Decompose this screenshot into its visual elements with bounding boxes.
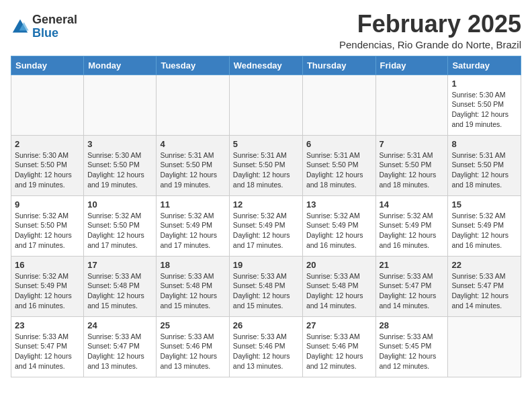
- calendar-day-cell: 27Sunrise: 5:33 AMSunset: 5:46 PMDayligh…: [302, 316, 375, 377]
- calendar-day-cell: 23Sunrise: 5:33 AMSunset: 5:47 PMDayligh…: [11, 316, 84, 377]
- weekday-header-tuesday: Tuesday: [157, 56, 229, 75]
- weekday-header-saturday: Saturday: [448, 56, 521, 75]
- weekday-header-row: SundayMondayTuesdayWednesdayThursdayFrid…: [11, 56, 521, 75]
- day-number: 18: [160, 260, 225, 270]
- calendar-day-cell: [84, 75, 157, 135]
- logo-blue-text: Blue: [32, 26, 58, 40]
- calendar-day-cell: 24Sunrise: 5:33 AMSunset: 5:47 PMDayligh…: [84, 316, 157, 377]
- day-info: Sunrise: 5:32 AMSunset: 5:49 PMDaylight:…: [233, 211, 299, 250]
- day-info: Sunrise: 5:33 AMSunset: 5:47 PMDaylight:…: [380, 271, 445, 311]
- logo: General Blue: [11, 13, 77, 40]
- calendar-week-row: 23Sunrise: 5:33 AMSunset: 5:47 PMDayligh…: [11, 316, 521, 377]
- calendar-day-cell: 12Sunrise: 5:32 AMSunset: 5:49 PMDayligh…: [229, 195, 302, 256]
- day-number: 23: [15, 320, 80, 330]
- day-info: Sunrise: 5:33 AMSunset: 5:47 PMDaylight:…: [451, 271, 517, 311]
- day-number: 21: [380, 260, 445, 270]
- day-number: 8: [451, 139, 517, 149]
- day-info: Sunrise: 5:33 AMSunset: 5:46 PMDaylight:…: [160, 332, 225, 371]
- day-info: Sunrise: 5:32 AMSunset: 5:49 PMDaylight:…: [160, 211, 225, 250]
- calendar-day-cell: 4Sunrise: 5:31 AMSunset: 5:50 PMDaylight…: [157, 135, 229, 195]
- day-info: Sunrise: 5:33 AMSunset: 5:48 PMDaylight:…: [306, 271, 372, 311]
- calendar-day-cell: 13Sunrise: 5:32 AMSunset: 5:49 PMDayligh…: [302, 195, 375, 256]
- day-info: Sunrise: 5:33 AMSunset: 5:45 PMDaylight:…: [380, 332, 445, 371]
- calendar-day-cell: 25Sunrise: 5:33 AMSunset: 5:46 PMDayligh…: [157, 316, 229, 377]
- calendar-day-cell: [229, 75, 302, 135]
- calendar-day-cell: 8Sunrise: 5:31 AMSunset: 5:50 PMDaylight…: [448, 135, 521, 195]
- calendar-day-cell: [375, 75, 448, 135]
- calendar-day-cell: 10Sunrise: 5:32 AMSunset: 5:50 PMDayligh…: [84, 195, 157, 256]
- logo-icon: [11, 17, 30, 36]
- day-number: 12: [233, 199, 299, 210]
- day-number: 6: [306, 139, 372, 149]
- calendar-day-cell: 5Sunrise: 5:31 AMSunset: 5:50 PMDaylight…: [229, 135, 302, 195]
- weekday-header-friday: Friday: [375, 56, 448, 75]
- calendar-day-cell: 22Sunrise: 5:33 AMSunset: 5:47 PMDayligh…: [448, 256, 521, 316]
- day-number: 4: [160, 139, 225, 149]
- calendar-day-cell: 17Sunrise: 5:33 AMSunset: 5:48 PMDayligh…: [84, 256, 157, 316]
- day-number: 20: [306, 260, 372, 270]
- day-info: Sunrise: 5:33 AMSunset: 5:48 PMDaylight:…: [160, 271, 225, 311]
- calendar-day-cell: [11, 75, 84, 135]
- calendar-day-cell: 18Sunrise: 5:33 AMSunset: 5:48 PMDayligh…: [157, 256, 229, 316]
- day-number: 13: [306, 199, 372, 210]
- calendar-day-cell: 15Sunrise: 5:32 AMSunset: 5:49 PMDayligh…: [448, 195, 521, 256]
- calendar-week-row: 2Sunrise: 5:30 AMSunset: 5:50 PMDaylight…: [11, 135, 521, 195]
- calendar-day-cell: [157, 75, 229, 135]
- day-info: Sunrise: 5:33 AMSunset: 5:47 PMDaylight:…: [87, 332, 152, 371]
- day-info: Sunrise: 5:33 AMSunset: 5:48 PMDaylight:…: [233, 271, 299, 311]
- page-header: General Blue February 2025 Pendencias, R…: [11, 11, 521, 50]
- day-number: 1: [451, 79, 517, 89]
- day-info: Sunrise: 5:31 AMSunset: 5:50 PMDaylight:…: [380, 150, 445, 190]
- day-number: 15: [451, 199, 517, 210]
- calendar-day-cell: 14Sunrise: 5:32 AMSunset: 5:49 PMDayligh…: [375, 195, 448, 256]
- calendar-day-cell: 1Sunrise: 5:30 AMSunset: 5:50 PMDaylight…: [448, 75, 521, 135]
- weekday-header-wednesday: Wednesday: [229, 56, 302, 75]
- calendar-day-cell: 19Sunrise: 5:33 AMSunset: 5:48 PMDayligh…: [229, 256, 302, 316]
- day-number: 10: [87, 199, 152, 210]
- title-area: February 2025 Pendencias, Rio Grande do …: [339, 11, 521, 50]
- day-number: 14: [380, 199, 445, 210]
- day-info: Sunrise: 5:31 AMSunset: 5:50 PMDaylight:…: [306, 150, 372, 190]
- day-info: Sunrise: 5:32 AMSunset: 5:49 PMDaylight:…: [306, 211, 372, 250]
- calendar-day-cell: 28Sunrise: 5:33 AMSunset: 5:45 PMDayligh…: [375, 316, 448, 377]
- day-info: Sunrise: 5:32 AMSunset: 5:49 PMDaylight:…: [451, 211, 517, 250]
- month-title: February 2025: [339, 11, 521, 38]
- calendar-week-row: 16Sunrise: 5:32 AMSunset: 5:49 PMDayligh…: [11, 256, 521, 316]
- weekday-header-sunday: Sunday: [11, 56, 84, 75]
- day-info: Sunrise: 5:31 AMSunset: 5:50 PMDaylight:…: [451, 150, 517, 190]
- calendar-day-cell: 26Sunrise: 5:33 AMSunset: 5:46 PMDayligh…: [229, 316, 302, 377]
- logo-general-text: General: [32, 13, 77, 26]
- calendar-week-row: 9Sunrise: 5:32 AMSunset: 5:50 PMDaylight…: [11, 195, 521, 256]
- day-info: Sunrise: 5:33 AMSunset: 5:47 PMDaylight:…: [15, 332, 80, 371]
- calendar-day-cell: 21Sunrise: 5:33 AMSunset: 5:47 PMDayligh…: [375, 256, 448, 316]
- calendar-day-cell: 11Sunrise: 5:32 AMSunset: 5:49 PMDayligh…: [157, 195, 229, 256]
- day-number: 11: [160, 199, 225, 210]
- day-info: Sunrise: 5:32 AMSunset: 5:50 PMDaylight:…: [87, 211, 152, 250]
- day-number: 24: [87, 320, 152, 330]
- day-info: Sunrise: 5:33 AMSunset: 5:48 PMDaylight:…: [87, 271, 152, 311]
- calendar-table: SundayMondayTuesdayWednesdayThursdayFrid…: [11, 56, 521, 377]
- day-number: 22: [451, 260, 517, 270]
- calendar-day-cell: 9Sunrise: 5:32 AMSunset: 5:50 PMDaylight…: [11, 195, 84, 256]
- day-number: 28: [380, 320, 445, 330]
- day-number: 9: [15, 199, 80, 210]
- day-number: 25: [160, 320, 225, 330]
- calendar-day-cell: [302, 75, 375, 135]
- location-title: Pendencias, Rio Grande do Norte, Brazil: [339, 39, 521, 50]
- day-info: Sunrise: 5:33 AMSunset: 5:46 PMDaylight:…: [306, 332, 372, 371]
- calendar-day-cell: 16Sunrise: 5:32 AMSunset: 5:49 PMDayligh…: [11, 256, 84, 316]
- calendar-day-cell: 6Sunrise: 5:31 AMSunset: 5:50 PMDaylight…: [302, 135, 375, 195]
- calendar-day-cell: [448, 316, 521, 377]
- day-number: 17: [87, 260, 152, 270]
- day-number: 27: [306, 320, 372, 330]
- weekday-header-monday: Monday: [84, 56, 157, 75]
- day-number: 5: [233, 139, 299, 149]
- day-number: 2: [15, 139, 80, 149]
- calendar-day-cell: 20Sunrise: 5:33 AMSunset: 5:48 PMDayligh…: [302, 256, 375, 316]
- day-info: Sunrise: 5:32 AMSunset: 5:49 PMDaylight:…: [380, 211, 445, 250]
- weekday-header-thursday: Thursday: [302, 56, 375, 75]
- day-number: 26: [233, 320, 299, 330]
- day-info: Sunrise: 5:32 AMSunset: 5:49 PMDaylight:…: [15, 271, 80, 311]
- day-number: 19: [233, 260, 299, 270]
- day-info: Sunrise: 5:33 AMSunset: 5:46 PMDaylight:…: [233, 332, 299, 371]
